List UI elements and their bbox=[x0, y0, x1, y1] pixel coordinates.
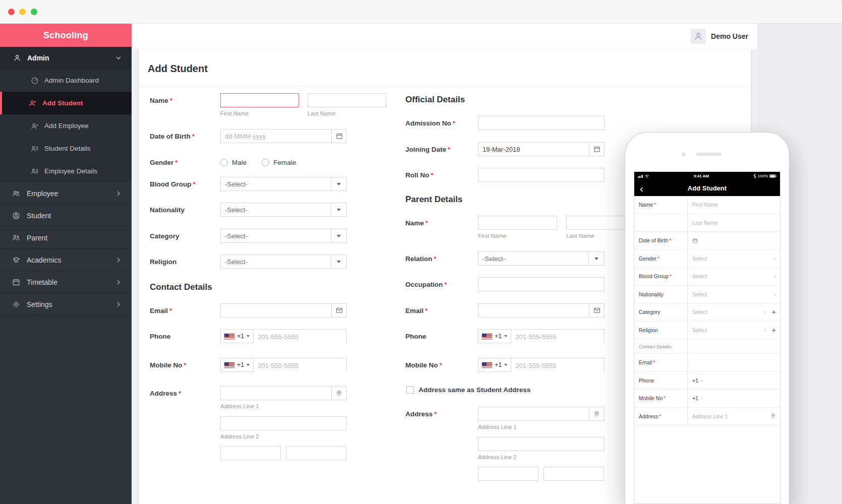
parent-address-line2-input[interactable] bbox=[478, 437, 605, 451]
phone-row-blood-group[interactable]: Blood Group* Select› bbox=[634, 268, 780, 286]
select-caret-icon[interactable] bbox=[331, 255, 346, 268]
occupation-input[interactable] bbox=[478, 277, 605, 291]
sidebar-group-admin[interactable]: Admin bbox=[0, 47, 132, 69]
phone-row-gender[interactable]: Gender* Select› bbox=[634, 250, 780, 268]
sidebar-item-label: Employee Details bbox=[44, 167, 97, 175]
sidebar-item-student[interactable]: Student bbox=[0, 205, 132, 227]
sidebar-item-add-student[interactable]: Add Student bbox=[0, 92, 132, 114]
phone-row-category[interactable]: Category Select›+ bbox=[634, 303, 780, 322]
sidebar-item-employee-details[interactable]: Employee Details bbox=[0, 160, 132, 182]
joining-date-input[interactable] bbox=[478, 142, 589, 156]
parent-address-line1-input[interactable] bbox=[478, 407, 589, 421]
phone-row-name[interactable]: Name* First Name bbox=[634, 196, 780, 214]
same-address-row: Address same as Student Address bbox=[406, 386, 652, 394]
gender-female-radio[interactable] bbox=[262, 159, 269, 166]
country-code-select[interactable]: +1 bbox=[478, 358, 511, 371]
phone-row-dob[interactable]: Date of Birth* bbox=[634, 232, 780, 250]
map-pin-icon[interactable] bbox=[331, 386, 347, 400]
calendar-icon[interactable] bbox=[589, 142, 605, 156]
gender-male-radio[interactable] bbox=[220, 159, 228, 166]
minimize-window-button[interactable] bbox=[19, 9, 26, 15]
select-caret-icon[interactable] bbox=[331, 177, 346, 191]
student-icon bbox=[12, 212, 20, 220]
nationality-select[interactable]: -Select- bbox=[220, 203, 347, 217]
us-flag-icon bbox=[224, 334, 234, 339]
select-caret-icon[interactable] bbox=[588, 252, 604, 265]
address-line2-input[interactable] bbox=[220, 416, 347, 430]
parent-address-line2-hint: Address Line 2 bbox=[478, 454, 605, 460]
sidebar-item-settings[interactable]: Settings bbox=[0, 293, 132, 316]
state-input[interactable] bbox=[286, 446, 346, 460]
first-name-input[interactable] bbox=[220, 93, 299, 107]
parent-name-row: Name* First Name Last Name bbox=[405, 216, 652, 239]
add-icon[interactable]: + bbox=[772, 326, 776, 334]
relation-select[interactable]: -Select- bbox=[478, 251, 605, 266]
parent-mobile-input[interactable] bbox=[511, 358, 604, 372]
maximize-window-button[interactable] bbox=[31, 9, 37, 15]
phone-row-nationality[interactable]: Nationality Select› bbox=[634, 286, 780, 304]
same-address-checkbox[interactable] bbox=[406, 386, 414, 394]
category-select[interactable]: -Select- bbox=[220, 229, 347, 243]
blood-group-select[interactable]: -Select- bbox=[220, 177, 347, 191]
phone-row-email[interactable]: Email* bbox=[634, 354, 780, 372]
parent-first-name-hint: First Name bbox=[478, 233, 557, 239]
parent-state-input[interactable] bbox=[544, 467, 604, 481]
occupation-label: Occupation* bbox=[405, 277, 478, 291]
chevron-right-icon: › bbox=[774, 273, 776, 280]
email-input[interactable] bbox=[220, 303, 331, 318]
category-label: Category bbox=[150, 229, 220, 243]
phone-input[interactable] bbox=[254, 330, 346, 344]
phone-row-phone[interactable]: Phone +1› bbox=[634, 372, 780, 390]
last-name-input[interactable] bbox=[308, 93, 386, 107]
sidebar-item-parent[interactable]: Parent bbox=[0, 227, 132, 249]
country-code-select[interactable]: +1 bbox=[221, 330, 254, 343]
gender-label: Gender* bbox=[150, 155, 220, 166]
parent-name-label: Name* bbox=[405, 216, 478, 239]
sidebar-item-label: Admin Dashboard bbox=[44, 77, 99, 84]
occupation-row: Occupation* bbox=[405, 277, 652, 291]
parent-details-header: Parent Details bbox=[405, 195, 652, 205]
mobile-input[interactable] bbox=[254, 358, 346, 372]
user-menu[interactable]: Demo User bbox=[691, 29, 748, 44]
dob-input[interactable] bbox=[220, 129, 331, 143]
dob-row: Date of Birth* bbox=[150, 129, 392, 143]
chevron-down-icon bbox=[114, 54, 123, 62]
parent-city-input[interactable] bbox=[478, 467, 538, 481]
select-caret-icon[interactable] bbox=[331, 203, 346, 216]
map-pin-icon bbox=[770, 413, 776, 419]
signal-icon bbox=[638, 175, 643, 178]
religion-select[interactable]: -Select- bbox=[220, 255, 347, 269]
map-pin-icon[interactable] bbox=[589, 407, 605, 421]
select-caret-icon[interactable] bbox=[331, 229, 346, 242]
sidebar-item-timetable[interactable]: Timetable bbox=[0, 271, 132, 293]
calendar-icon[interactable] bbox=[331, 129, 347, 143]
country-code-select[interactable]: +1 bbox=[478, 330, 511, 343]
sidebar-item-academics[interactable]: Academics bbox=[0, 249, 132, 271]
close-window-button[interactable] bbox=[8, 9, 15, 15]
dob-label: Date of Birth* bbox=[150, 129, 220, 143]
country-code-select[interactable]: +1 bbox=[221, 358, 254, 371]
sidebar-item-employee[interactable]: Employee bbox=[0, 182, 132, 205]
phone-row-address[interactable]: Address* Address Line 1 bbox=[634, 408, 780, 426]
sidebar-item-student-details[interactable]: Student Details bbox=[0, 137, 132, 160]
admission-no-input[interactable] bbox=[478, 116, 605, 130]
parent-mobile-label: Mobile No* bbox=[405, 358, 478, 372]
phone-row-religion[interactable]: Religion Select›+ bbox=[634, 322, 780, 340]
roll-no-input[interactable] bbox=[478, 168, 605, 182]
sidebar-item-add-employee[interactable]: Add Employee bbox=[0, 114, 132, 137]
phone-row-mobile[interactable]: Mobile No* +1› bbox=[634, 390, 780, 408]
relation-row: Relation* -Select- bbox=[405, 251, 652, 266]
caret-down-icon bbox=[247, 364, 250, 366]
phone-row-last-name[interactable]: Last Name bbox=[634, 214, 780, 232]
sidebar-item-admin-dashboard[interactable]: Admin Dashboard bbox=[0, 69, 132, 92]
parent-first-name-input[interactable] bbox=[478, 216, 557, 230]
back-chevron-icon[interactable]: ‹ bbox=[640, 181, 643, 196]
address-line1-hint: Address Line 1 bbox=[220, 403, 347, 409]
parent-email-input[interactable] bbox=[478, 303, 589, 318]
parent-phone-input[interactable] bbox=[511, 330, 604, 344]
phone-section-contact-details: Contact Details bbox=[634, 339, 780, 354]
city-input[interactable] bbox=[220, 446, 281, 460]
chevron-right-icon bbox=[114, 278, 123, 286]
add-icon[interactable]: + bbox=[772, 308, 776, 316]
address-line1-input[interactable] bbox=[220, 386, 331, 400]
